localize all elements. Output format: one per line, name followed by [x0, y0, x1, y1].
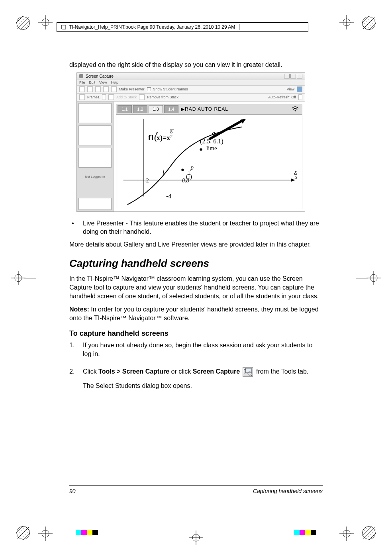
thumbnail-3[interactable]	[78, 148, 112, 168]
svg-point-45	[295, 110, 296, 111]
registration-crosshair-bm-icon	[189, 531, 203, 545]
remove-stack-label[interactable]: Remove from Stack	[147, 95, 178, 99]
frame-icon[interactable]	[79, 94, 85, 100]
step2-pre: Click	[83, 368, 98, 375]
svg-line-13	[363, 18, 375, 29]
thumbnail-2[interactable]	[78, 125, 112, 145]
y-label: y	[155, 130, 158, 136]
calc-status: ▶RAD AUTO REAL	[181, 106, 228, 112]
calc-graph-area: f1(x)=x 8 2 y q (2.5, 6.1) lime p	[116, 115, 302, 209]
step2-menu: Tools > Screen Capture	[98, 368, 169, 375]
thumbnail-footer	[78, 198, 112, 210]
svg-line-4	[16, 16, 23, 23]
frac5-label: 5	[294, 175, 297, 180]
show-names-checkbox[interactable]	[147, 87, 151, 91]
registration-crosshair-br-icon	[339, 527, 354, 541]
page-number: 90	[69, 488, 76, 494]
exp-denominator: 2	[170, 134, 172, 140]
step2-post: from the Tools tab.	[256, 368, 308, 375]
menu-file[interactable]: File	[79, 80, 85, 84]
crop-line-icon	[356, 278, 368, 278]
refresh-icon[interactable]	[87, 86, 93, 92]
svg-line-56	[251, 374, 253, 376]
screenshot-figure: Screen Capture File Edit View Help M	[76, 72, 305, 212]
toolbar-2: Frame1 Add to Stack Remove from Stack Au…	[77, 94, 305, 102]
step-2-text: Click Tools > Screen Capture or click Sc…	[83, 367, 323, 377]
section-title: Capturing handheld screens	[69, 257, 323, 270]
subsection-title: To capture handheld screens	[69, 329, 323, 338]
minimize-button[interactable]	[284, 74, 290, 78]
svg-line-5	[23, 23, 30, 30]
maximize-button[interactable]	[290, 74, 296, 78]
view-dropdown[interactable]	[297, 86, 302, 92]
remove-stack-icon[interactable]	[139, 94, 145, 100]
menu-view[interactable]: View	[99, 80, 107, 84]
step-1: If you have not already done so, begin t…	[69, 341, 323, 358]
zoom-in-icon[interactable]	[95, 86, 101, 92]
svg-line-16	[362, 16, 369, 23]
capture-icon[interactable]	[79, 86, 85, 92]
svg-line-17	[369, 23, 376, 30]
val08-label: 0.8	[182, 178, 189, 184]
zoom-out-icon[interactable]	[103, 86, 109, 92]
make-presenter-label[interactable]: Make Presenter	[119, 87, 145, 91]
frame-dropdown[interactable]	[102, 94, 106, 100]
svg-line-43	[362, 526, 369, 533]
auto-refresh-dropdown[interactable]	[298, 94, 302, 100]
svg-line-40	[363, 527, 375, 539]
thumbnail-1[interactable]	[78, 103, 112, 123]
crop-line-icon	[24, 278, 36, 278]
func-label: f1(x)=x	[148, 134, 170, 142]
registration-crosshair-bl-icon	[38, 527, 53, 541]
neg4-label: -4	[166, 193, 171, 200]
calc-tab-4[interactable]: 1.4	[164, 105, 178, 113]
content-area: displayed on the right side of the displ…	[69, 61, 323, 399]
q-label: q	[212, 130, 215, 137]
running-head-text: TI-Navigator_Help_PRINT.book Page 90 Tue…	[69, 24, 235, 30]
svg-line-28	[16, 526, 23, 533]
registration-hatched-tl-icon	[16, 16, 30, 30]
point-coords: (2.5, 6.1)	[200, 138, 223, 145]
calculator-screen: 1.1 1.2 1.3 1.4 ▶RAD AUTO REAL	[116, 104, 302, 209]
registration-crosshair-ml-icon	[11, 271, 25, 285]
bullet-live-presenter: Live Presenter - This feature enables th…	[69, 219, 323, 236]
book-icon	[61, 24, 67, 30]
menu-help[interactable]: Help	[111, 80, 118, 84]
step-1-text: If you have not already done so, begin t…	[83, 341, 323, 358]
add-stack-icon[interactable]	[108, 94, 114, 100]
wifi-icon	[292, 106, 299, 113]
calc-tab-2[interactable]: 1.2	[133, 105, 147, 113]
main-viewer: 1.1 1.2 1.3 1.4 ▶RAD AUTO REAL	[114, 102, 305, 211]
calc-tab-1[interactable]: 1.1	[118, 105, 132, 113]
presenter-icon[interactable]	[111, 86, 117, 92]
step-2-sub: The Select Students dialog box opens.	[83, 382, 323, 390]
notes-label: Notes:	[69, 306, 89, 313]
step-2: Click Tools > Screen Capture or click Sc…	[69, 367, 323, 390]
registration-crosshair-tl-icon	[38, 15, 53, 29]
registration-hatched-bl-icon	[16, 526, 30, 540]
footer-chapter: Capturing handheld screens	[253, 488, 323, 494]
registration-hatched-tr-icon	[362, 16, 376, 30]
not-logged-in-label: Not Logged In	[78, 175, 112, 178]
svg-point-51	[200, 148, 202, 151]
svg-line-25	[18, 527, 29, 539]
view-label: View	[287, 87, 294, 91]
calc-tab-3[interactable]: 1.3	[149, 105, 163, 113]
add-stack-label: Add to Stack	[116, 95, 137, 99]
page-footer: 90 Capturing handheld screens	[69, 485, 323, 494]
lime-label: lime	[206, 145, 217, 152]
frame-label: Frame1	[87, 95, 100, 99]
thumbnail-panel: Not Logged In	[77, 102, 114, 211]
registration-hatched-br-icon	[362, 526, 376, 540]
menu-edit[interactable]: Edit	[89, 80, 96, 84]
separator-icon	[239, 24, 239, 30]
l-label: l	[163, 169, 164, 176]
color-bar-right-icon	[294, 530, 316, 535]
screen-capture-icon	[243, 367, 253, 377]
crop-line-icon	[46, 0, 46, 16]
show-names-label: Show Student Names	[153, 87, 188, 91]
svg-point-52	[181, 168, 184, 171]
neg2-label: -2	[144, 178, 149, 184]
close-button[interactable]	[297, 74, 302, 78]
window-title: Screen Capture	[86, 74, 114, 78]
